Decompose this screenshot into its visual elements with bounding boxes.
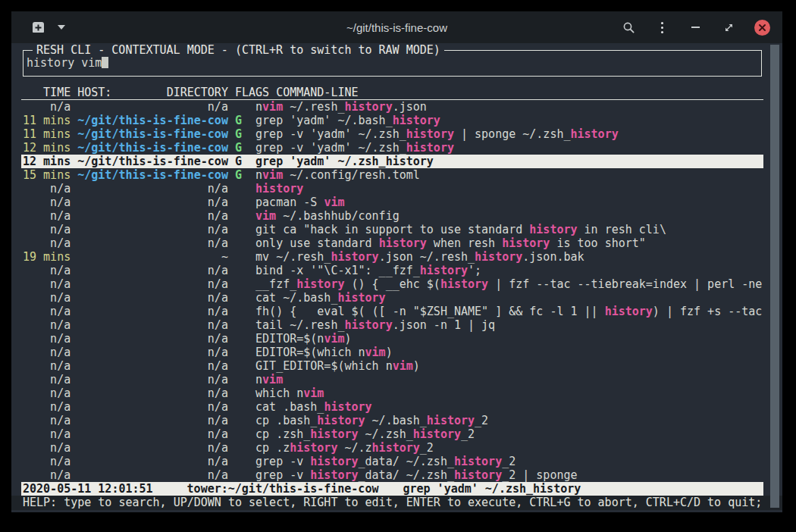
row-directory: ~/git/this-is-fine-cow [77,114,228,127]
row-directory: n/a [77,373,228,386]
row-time: n/a [23,236,71,250]
table-row-selected[interactable]: 12 mins ~/git/this-is-fine-cow G grep 'y… [21,155,763,168]
row-directory: n/a [77,305,228,318]
row-time: n/a [23,291,71,305]
row-command: grep -v 'yadm' ~/.zsh_history | sponge ~… [255,127,619,141]
table-row[interactable]: n/a n/a which nvim [21,386,763,400]
restore-button[interactable] [721,20,736,35]
row-directory: ~ [77,250,228,264]
row-command: cp .zhistory ~/.zhistory_2 [255,441,434,455]
table-row[interactable]: n/a n/a pacman -S vim [21,196,763,209]
table-row[interactable]: n/a n/a tail ~/.resh_history.json -n 1 |… [21,318,763,332]
search-match: vim [262,168,283,182]
menu-button[interactable] [654,20,669,35]
table-row[interactable]: n/a n/a nvim ~/.resh_history.json [21,100,763,114]
table-row[interactable]: n/a n/a EDITOR=$(which nvim) [21,346,763,359]
row-command: grep -v history_data/ ~/.zsh_history_2 [255,455,516,468]
table-row[interactable]: 11 mins ~/git/this-is-fine-cow G grep -v… [21,127,763,141]
table-row[interactable]: n/a n/a history [21,182,763,196]
row-time: n/a [23,223,71,236]
table-row[interactable]: n/a n/a cp .zsh_history ~/.zsh_history_2 [21,427,763,441]
table-row[interactable]: n/a n/a bind -x '"\C-x1": __fzf_history'… [21,264,763,277]
table-row[interactable]: n/a n/a cp .bash_history ~/.bash_history… [21,414,763,427]
row-command: pacman -S vim [255,196,344,209]
search-match: vim [262,100,283,114]
search-match: history [393,114,440,127]
terminal-content[interactable]: RESH CLI - CONTEXTUAL MODE - (CTRL+R to … [11,43,782,512]
row-flags: G [235,155,242,168]
search-match: history [605,305,653,318]
row-directory: ~/git/this-is-fine-cow [77,127,228,141]
row-command: fh() { eval $( ([ -n "$ZSH_NAME" ] && fc… [255,305,762,318]
table-row[interactable]: n/a n/a cat .bash_history [21,400,763,414]
search-match: history [386,155,434,168]
search-match: history [310,468,358,482]
table-row[interactable]: n/a n/a GIT_EDITOR=$(which nvim) [21,359,763,373]
row-command: history [255,182,303,196]
row-command: cat ~/.bash_history [255,291,386,305]
search-match: history [372,441,420,455]
row-time: n/a [23,209,71,223]
table-row[interactable]: n/a n/a fh() { eval $( ([ -n "$ZSH_NAME"… [21,305,763,318]
table-row[interactable]: n/a n/a only use standard history when r… [21,236,763,250]
row-flags [235,455,242,468]
row-flags [235,291,242,305]
terminal-window: ~/git/this-is-fine-cow [11,11,782,512]
row-directory: n/a [77,223,228,236]
scrollbar[interactable] [770,45,779,508]
table-row[interactable]: 19 mins ~ mv ~/.resh_history.json ~/.res… [21,250,763,264]
row-time: n/a [23,182,71,196]
row-time: n/a [23,264,71,277]
row-flags [235,100,242,114]
search-icon [622,21,635,34]
table-row[interactable]: 11 mins ~/git/this-is-fine-cow G grep 'y… [21,114,763,127]
chevron-down-icon[interactable] [58,25,65,30]
search-match: history [529,223,577,236]
row-time: n/a [23,277,71,291]
close-button[interactable] [754,20,770,36]
table-row[interactable]: n/a n/a grep -v history_data/ ~/.zsh_his… [21,455,763,468]
row-flags [235,264,242,277]
table-row[interactable]: 12 mins ~/git/this-is-fine-cow G grep -v… [21,141,763,155]
row-directory: n/a [77,455,228,468]
row-directory: n/a [77,196,228,209]
table-row[interactable]: n/a n/a git ca "hack in support to use s… [21,223,763,236]
table-row[interactable]: 15 mins ~/git/this-is-fine-cow G nvim ~/… [21,168,763,182]
row-directory: ~/git/this-is-fine-cow [77,155,228,168]
row-flags [235,318,242,332]
table-row[interactable]: n/a n/a cp .zhistory ~/.zhistory_2 [21,441,763,455]
table-row[interactable]: n/a n/a cat ~/.bash_history [21,291,763,305]
row-time: 12 mins [23,141,71,155]
table-row[interactable]: n/a n/a nvim [21,373,763,386]
row-time: 11 mins [23,127,71,141]
row-command: mv ~/.resh_history.json ~/.resh_history.… [255,250,584,264]
row-command: vim ~/.bashhub/config [255,209,400,223]
row-command: which nvim [255,386,324,400]
row-time: n/a [23,414,71,427]
row-flags [235,332,242,346]
search-match: history [406,127,454,141]
table-row[interactable]: n/a n/a EDITOR=$(nvim) [21,332,763,346]
history-table-body: n/a n/a nvim ~/.resh_history.json11 mins… [21,100,763,482]
status-bar: 2020-05-11 12:01:51tower:~/git/this-is-f… [21,482,763,496]
table-row[interactable]: n/a n/a vim ~/.bashhub/config [21,209,763,223]
new-tab-button[interactable] [31,22,45,33]
text-cursor [102,57,108,68]
row-directory: n/a [77,427,228,441]
table-row[interactable]: n/a n/a grep -v history_data/ ~/.zsh_his… [21,468,763,482]
search-match: history [317,414,365,427]
table-row[interactable]: n/a n/a __fzf_history () { __ehc $(histo… [21,277,763,291]
titlebar[interactable]: ~/git/this-is-fine-cow [11,11,782,43]
search-button[interactable] [621,20,636,35]
search-match: vim [324,332,344,346]
row-time: n/a [23,100,71,114]
row-command: EDITOR=$(nvim) [255,332,351,346]
row-flags [235,223,242,236]
search-match: history [440,277,488,291]
minimize-button[interactable] [688,20,703,35]
row-command: tail ~/.resh_history.json -n 1 | jq [255,318,495,332]
search-query-text: history vim [27,56,102,70]
search-match: history [337,291,385,305]
row-time: n/a [23,346,71,359]
new-tab-icon [31,22,45,33]
